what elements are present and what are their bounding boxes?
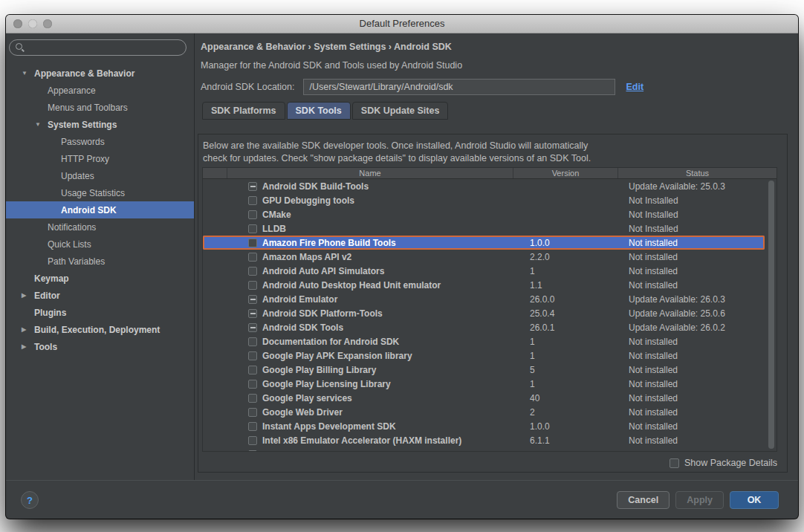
package-name: Google Play Licensing Library — [262, 379, 391, 389]
sidebar-item-android-sdk[interactable]: Android SDK — [6, 201, 194, 218]
package-version: 1.1 — [513, 280, 618, 291]
table-row[interactable]: Amazon Maps API v22.2.0Not installed — [203, 250, 765, 264]
sidebar-item-menus-and-toolbars[interactable]: Menus and Toolbars — [6, 99, 194, 116]
package-name: Intel x86 Emulator Accelerator (HAXM ins… — [262, 435, 461, 446]
table-row[interactable]: Android Auto API Simulators1Not installe… — [203, 264, 765, 278]
package-checkbox-unchecked[interactable] — [248, 394, 257, 403]
preferences-dialog: Default Preferences ▼Appearance & Behavi… — [6, 15, 798, 519]
traffic-lights — [13, 19, 52, 28]
package-checkbox-unchecked[interactable] — [248, 422, 257, 431]
package-name: Android Auto Desktop Head Unit emulator — [262, 280, 441, 291]
package-checkbox-unchecked[interactable] — [248, 436, 257, 445]
tab-sdk-platforms[interactable]: SDK Platforms — [202, 102, 285, 120]
sidebar-item-path-variables[interactable]: Path Variables — [6, 253, 194, 270]
table-row[interactable]: Android SDK Build-ToolsUpdate Available:… — [203, 179, 765, 193]
vertical-scrollbar[interactable] — [768, 181, 774, 449]
breadcrumb: Appearance & Behavior › System Settings … — [201, 42, 798, 52]
sidebar-item-system-settings[interactable]: ▼System Settings — [6, 116, 194, 133]
search-box[interactable] — [9, 39, 187, 56]
table-row[interactable]: Android Emulator26.0.0Update Available: … — [203, 292, 765, 306]
help-button[interactable]: ? — [21, 491, 39, 509]
cancel-button[interactable]: Cancel — [617, 491, 670, 509]
package-checkbox-unchecked[interactable] — [248, 408, 257, 417]
table-row[interactable]: ✓NDK14.1.3816874Installed — [203, 447, 765, 451]
table-row[interactable]: Google Play Billing Library5Not installe… — [203, 363, 765, 377]
table-row[interactable]: Amazon Fire Phone Build Tools1.0.0Not in… — [203, 236, 765, 250]
package-checkbox-unchecked[interactable] — [248, 337, 257, 346]
table-row[interactable]: Google Play APK Expansion library1Not in… — [203, 348, 765, 363]
table-row[interactable]: Android Auto Desktop Head Unit emulator1… — [203, 278, 765, 292]
sidebar-item-plugins[interactable]: Plugins — [6, 304, 194, 321]
package-name-cell: Google Play Licensing Library — [227, 379, 513, 389]
show-package-details-toggle[interactable]: Show Package Details — [670, 458, 777, 468]
package-checkbox-indeterminate[interactable] — [248, 182, 257, 191]
table-row[interactable]: GPU Debugging toolsNot Installed — [203, 193, 765, 207]
package-name: Documentation for Android SDK — [262, 337, 399, 347]
package-checkbox-checked[interactable]: ✓ — [248, 450, 257, 452]
package-checkbox-unchecked[interactable] — [248, 267, 257, 276]
indeterminate-mark — [250, 186, 256, 187]
sidebar-item-usage-statistics[interactable]: Usage Statistics — [6, 184, 194, 201]
search-input[interactable] — [29, 42, 180, 53]
package-checkbox-unchecked[interactable] — [248, 366, 257, 374]
search-icon — [16, 43, 25, 52]
package-status: Update Available: 25.0.6 — [618, 308, 765, 319]
tab-sdk-update-sites[interactable]: SDK Update Sites — [352, 102, 449, 120]
show-package-details-checkbox[interactable] — [670, 458, 679, 468]
package-status: Not installed — [618, 266, 765, 276]
sidebar-item-http-proxy[interactable]: HTTP Proxy — [6, 150, 194, 167]
package-checkbox-unchecked[interactable] — [248, 224, 257, 233]
package-name-cell: LLDB — [227, 224, 513, 234]
sidebar-item-tools[interactable]: ▶Tools — [6, 338, 194, 355]
sidebar-item-updates[interactable]: Updates — [6, 167, 194, 184]
main-panel: Appearance & Behavior › System Settings … — [195, 33, 798, 480]
package-checkbox-unchecked[interactable] — [248, 239, 257, 247]
package-checkbox-unchecked[interactable] — [248, 281, 257, 290]
package-checkbox-unchecked[interactable] — [248, 253, 257, 262]
package-checkbox-unchecked[interactable] — [248, 380, 257, 389]
title-bar: Default Preferences — [6, 15, 798, 33]
minimize-window-button[interactable] — [28, 19, 37, 28]
package-checkbox-unchecked[interactable] — [248, 196, 257, 205]
sidebar-item-quick-lists[interactable]: Quick Lists — [6, 236, 194, 253]
table-row[interactable]: LLDBNot Installed — [203, 221, 765, 236]
package-checkbox-unchecked[interactable] — [248, 210, 257, 219]
table-row[interactable]: Android SDK Tools26.0.1Update Available:… — [203, 320, 765, 334]
ok-button[interactable]: OK — [730, 491, 779, 509]
sidebar-item-label: Path Variables — [48, 256, 105, 267]
sidebar-item-passwords[interactable]: Passwords — [6, 133, 194, 150]
table-row[interactable]: Google Web Driver2Not installed — [203, 405, 765, 419]
package-name-cell: Google Web Driver — [227, 407, 513, 418]
table-header-status: Status — [618, 168, 777, 178]
package-checkbox-indeterminate[interactable] — [248, 309, 257, 318]
table-row[interactable]: Android SDK Platform-Tools25.0.4Update A… — [203, 306, 765, 320]
tab-sdk-tools[interactable]: SDK Tools — [287, 102, 351, 120]
sidebar-item-build-execution-deployment[interactable]: ▶Build, Execution, Deployment — [6, 321, 194, 338]
table-row[interactable]: Google Play services40Not installed — [203, 391, 765, 405]
sidebar-item-appearance[interactable]: Appearance — [6, 82, 194, 99]
sidebar-item-keymap[interactable]: Keymap — [6, 270, 194, 287]
sidebar-item-editor[interactable]: ▶Editor — [6, 287, 194, 304]
apply-button[interactable]: Apply — [675, 491, 724, 509]
sidebar-item-notifications[interactable]: Notifications — [6, 218, 194, 236]
package-checkbox-unchecked[interactable] — [248, 351, 257, 360]
package-name: Google Play Billing Library — [262, 365, 376, 375]
package-checkbox-indeterminate[interactable] — [248, 295, 257, 304]
package-checkbox-indeterminate[interactable] — [248, 323, 257, 332]
table-row[interactable]: Documentation for Android SDK1Not instal… — [203, 334, 765, 348]
sidebar-item-appearance-behavior[interactable]: ▼Appearance & Behavior — [6, 65, 194, 82]
table-row[interactable]: Instant Apps Development SDK1.0.0Not ins… — [203, 419, 765, 433]
package-status: Not installed — [618, 252, 765, 262]
table-row[interactable]: Google Play Licensing Library1Not instal… — [203, 377, 765, 391]
table-row[interactable]: Intel x86 Emulator Accelerator (HAXM ins… — [203, 433, 765, 447]
sdk-location-field[interactable] — [303, 79, 615, 95]
close-window-button[interactable] — [13, 19, 22, 28]
zoom-window-button[interactable] — [43, 19, 52, 28]
package-version: 26.0.1 — [513, 322, 618, 333]
chevron-right-icon: ▶ — [22, 343, 26, 350]
table-header-version: Version — [513, 168, 618, 178]
table-row[interactable]: CMakeNot Installed — [203, 207, 765, 221]
table-header-spacer — [203, 168, 227, 178]
edit-link[interactable]: Edit — [626, 82, 643, 92]
package-version: 5 — [513, 365, 618, 375]
